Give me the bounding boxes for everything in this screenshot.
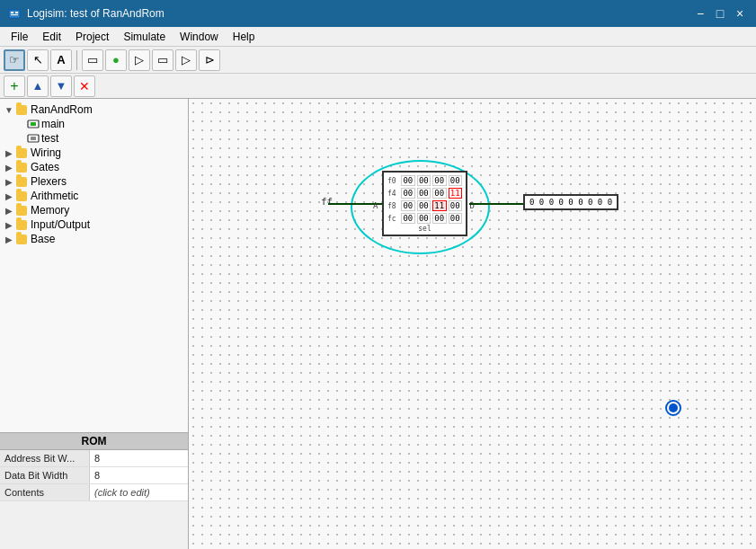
tree-item-input-output[interactable]: ▶ Input/Output xyxy=(0,217,188,232)
tree-item-main[interactable]: main xyxy=(11,117,188,131)
tree-item-memory[interactable]: ▶ Memory xyxy=(0,203,188,217)
props-title: ROM xyxy=(0,433,188,450)
blue-circle-indicator xyxy=(665,400,681,416)
move-up-button[interactable]: ▲ xyxy=(27,75,49,97)
prop-val-address: 8 xyxy=(90,450,188,466)
rom-addr-f8: f8 xyxy=(387,202,399,210)
folder-icon-arithmetic xyxy=(16,190,29,202)
delete-component-button[interactable]: ✕ xyxy=(74,75,95,97)
menu-file[interactable]: File xyxy=(4,29,35,45)
chip-icon-test xyxy=(27,132,40,145)
bus-tool-button[interactable]: ⊳ xyxy=(199,49,220,71)
separator1 xyxy=(76,50,77,70)
play-tool-button[interactable]: ▷ xyxy=(129,49,150,71)
chip-icon-main xyxy=(27,118,40,130)
prop-val-databit: 8 xyxy=(90,467,188,483)
tree-item-arithmetic[interactable]: ▶ Arithmetic xyxy=(0,189,188,203)
rom-addr-fc: fc xyxy=(387,215,399,223)
label-ranandrom: RanAndRom xyxy=(31,103,93,116)
rom-cell-f8-1: 00 xyxy=(417,200,431,211)
wire-label-ff: ff xyxy=(321,196,333,208)
hand-tool-button[interactable]: ☞ xyxy=(4,49,25,71)
rom-cell-fc-2: 00 xyxy=(432,213,446,224)
svg-rect-3 xyxy=(11,14,18,15)
titlebar: Logisim: test of RanAndRom − □ × xyxy=(0,0,756,27)
maximize-button[interactable]: □ xyxy=(711,4,729,22)
menu-window[interactable]: Window xyxy=(173,29,226,45)
text-tool-button[interactable]: A xyxy=(50,49,72,71)
rom-cell-f4-2: 00 xyxy=(432,188,446,199)
main-layout: ▼ RanAndRom main test xyxy=(0,99,756,549)
label-memory: Memory xyxy=(31,204,69,217)
rom-body[interactable]: A D f0 00 00 00 00 f4 00 00 00 11 xyxy=(382,171,467,236)
rom-row-f4: f4 00 00 00 11 xyxy=(386,187,464,199)
folder-icon-base xyxy=(16,233,29,245)
svg-rect-0 xyxy=(9,10,20,18)
rom-sel-label: sel xyxy=(386,225,464,233)
tree-item-plexers[interactable]: ▶ Plexers xyxy=(0,174,188,189)
expander-plexers: ▶ xyxy=(4,176,14,187)
pointer-tool-button[interactable]: ↖ xyxy=(27,49,49,71)
menu-help[interactable]: Help xyxy=(226,29,262,45)
title-left: Logisim: test of RanAndRom xyxy=(7,6,165,21)
expander-test xyxy=(14,133,25,144)
rom-cell-f0-2: 00 xyxy=(432,175,446,186)
label-main: main xyxy=(41,118,65,130)
rect2-tool-button[interactable]: ▭ xyxy=(152,49,173,71)
canvas-area[interactable]: ff A D f0 00 00 00 00 f4 00 00 xyxy=(189,99,756,549)
tree-item-base[interactable]: ▶ Base xyxy=(0,232,188,246)
rom-cell-fc-3: 00 xyxy=(449,213,462,224)
rom-cell-f8-0: 00 xyxy=(401,200,414,211)
circle-tool-button[interactable]: ● xyxy=(105,49,127,71)
tree-item-gates[interactable]: ▶ Gates xyxy=(0,160,188,174)
rom-row-f0: f0 00 00 00 00 xyxy=(386,174,464,187)
minimize-button[interactable]: − xyxy=(691,4,709,22)
blue-dot xyxy=(669,403,678,412)
menu-project[interactable]: Project xyxy=(68,29,116,45)
close-button[interactable]: × xyxy=(731,4,749,22)
folder-icon-memory xyxy=(16,204,29,217)
tri-tool-button[interactable]: ▷ xyxy=(175,49,197,71)
add-component-button[interactable]: + xyxy=(4,75,25,97)
label-arithmetic: Arithmetic xyxy=(31,190,78,202)
prop-key-databit: Data Bit Width xyxy=(0,467,90,483)
expander-main xyxy=(14,119,25,129)
menubar: File Edit Project Simulate Window Help xyxy=(0,27,756,47)
properties-panel: ROM Address Bit W... 8 Data Bit Width 8 … xyxy=(0,432,188,549)
svg-rect-1 xyxy=(11,12,13,13)
folder-icon-ranandrom xyxy=(16,103,29,116)
prop-row-contents[interactable]: Contents (click to edit) xyxy=(0,484,188,501)
tree-panel: ▼ RanAndRom main test xyxy=(0,99,188,432)
rom-chip[interactable]: ff A D f0 00 00 00 00 f4 00 00 xyxy=(382,171,467,236)
move-down-button[interactable]: ▼ xyxy=(50,75,72,97)
rom-cell-f4-0: 00 xyxy=(401,188,414,199)
label-plexers: Plexers xyxy=(31,175,67,188)
menu-edit[interactable]: Edit xyxy=(35,29,68,45)
rom-cell-fc-1: 00 xyxy=(417,213,431,224)
label-gates: Gates xyxy=(31,161,59,173)
svg-rect-6 xyxy=(31,122,36,126)
rom-cell-f0-1: 00 xyxy=(417,175,431,186)
prop-val-contents[interactable]: (click to edit) xyxy=(90,484,188,500)
tree-item-test[interactable]: test xyxy=(11,131,188,146)
expander-memory: ▶ xyxy=(4,205,14,216)
expander-input-output: ▶ xyxy=(4,219,14,230)
title-text: Logisim: test of RanAndRom xyxy=(27,7,165,20)
svg-rect-8 xyxy=(31,137,36,140)
rom-cell-f0-3: 00 xyxy=(449,175,462,186)
toolbar1: ☞ ↖ A ▭ ● ▷ ▭ ▷ ⊳ xyxy=(0,47,756,74)
rom-cell-fc-0: 00 xyxy=(401,213,414,224)
tree-item-wiring[interactable]: ▶ Wiring xyxy=(0,146,188,160)
rom-cell-f8-2: 11 xyxy=(432,200,446,211)
menu-simulate[interactable]: Simulate xyxy=(116,29,173,45)
sidebar: ▼ RanAndRom main test xyxy=(0,99,189,549)
prop-row-databit: Data Bit Width 8 xyxy=(0,467,188,484)
label-a: A xyxy=(373,201,378,210)
expander-base: ▶ xyxy=(4,234,14,244)
expander-arithmetic: ▶ xyxy=(4,190,14,201)
prop-row-address: Address Bit W... 8 xyxy=(0,450,188,467)
rect-tool-button[interactable]: ▭ xyxy=(82,49,103,71)
tree-item-ranandrom[interactable]: ▼ RanAndRom xyxy=(0,102,188,117)
rom-cell-f0-0: 00 xyxy=(401,175,414,186)
prop-key-contents: Contents xyxy=(0,484,90,500)
